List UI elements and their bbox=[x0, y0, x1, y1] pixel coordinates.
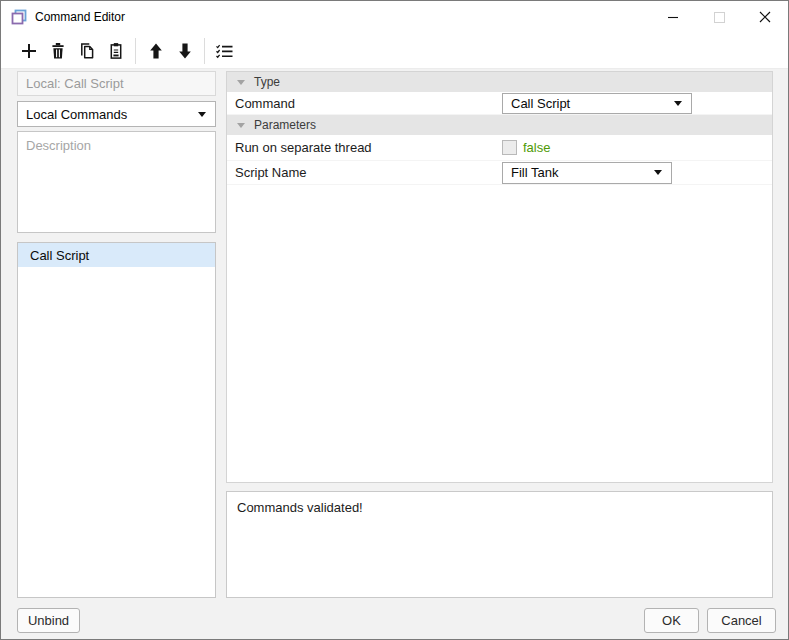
paste-icon bbox=[107, 42, 125, 60]
add-command-button[interactable] bbox=[14, 37, 43, 65]
move-up-button[interactable] bbox=[141, 37, 170, 65]
validate-commands-button[interactable] bbox=[210, 37, 239, 65]
arrow-down-icon bbox=[176, 42, 194, 60]
property-grid: Type Command Call Script Parameters Run … bbox=[226, 71, 773, 483]
ok-button[interactable]: OK bbox=[644, 608, 699, 633]
property-label: Script Name bbox=[227, 165, 499, 180]
description-textarea[interactable] bbox=[17, 131, 216, 233]
copy-command-button[interactable] bbox=[72, 37, 101, 65]
section-header-type[interactable]: Type bbox=[227, 72, 772, 92]
chevron-down-icon bbox=[654, 170, 662, 175]
validation-message-box: Commands validated! bbox=[226, 491, 773, 598]
command-list-item-label: Call Script bbox=[30, 248, 89, 263]
section-title: Type bbox=[254, 75, 280, 89]
property-row-command: Command Call Script bbox=[227, 92, 772, 115]
command-type-dropdown[interactable]: Call Script bbox=[502, 93, 692, 114]
validation-message: Commands validated! bbox=[237, 500, 363, 515]
section-header-parameters[interactable]: Parameters bbox=[227, 115, 772, 135]
trash-icon bbox=[49, 42, 67, 60]
minimize-button[interactable] bbox=[650, 1, 696, 33]
command-list[interactable]: Call Script bbox=[17, 242, 216, 598]
property-row-thread: Run on separate thread false bbox=[227, 135, 772, 161]
checklist-icon bbox=[215, 42, 234, 60]
window-controls bbox=[650, 1, 788, 33]
delete-command-button[interactable] bbox=[43, 37, 72, 65]
property-label: Run on separate thread bbox=[227, 140, 499, 155]
script-name-dropdown[interactable]: Fill Tank bbox=[502, 162, 672, 184]
script-name-value: Fill Tank bbox=[511, 165, 558, 180]
chevron-down-icon bbox=[674, 101, 682, 106]
titlebar[interactable]: Command Editor bbox=[1, 1, 788, 33]
close-icon bbox=[758, 10, 772, 24]
maximize-button bbox=[696, 1, 742, 33]
move-down-button[interactable] bbox=[170, 37, 199, 65]
arrow-up-icon bbox=[147, 42, 165, 60]
command-type-value: Call Script bbox=[511, 96, 570, 111]
section-title: Parameters bbox=[254, 118, 316, 132]
toolbar-separator bbox=[135, 38, 136, 64]
thread-checkbox-value: false bbox=[523, 140, 550, 155]
property-label: Command bbox=[227, 96, 499, 111]
thread-checkbox[interactable] bbox=[502, 140, 517, 155]
window-title: Command Editor bbox=[35, 10, 125, 24]
toolbar-separator bbox=[204, 38, 205, 64]
copy-icon bbox=[78, 42, 96, 60]
app-logo-icon bbox=[11, 9, 27, 25]
chevron-down-icon bbox=[198, 112, 206, 117]
close-button[interactable] bbox=[742, 1, 788, 33]
triangle-down-icon bbox=[237, 123, 245, 128]
cancel-button[interactable]: Cancel bbox=[707, 608, 776, 633]
plus-icon bbox=[20, 42, 38, 60]
toolbar bbox=[1, 33, 788, 69]
triangle-down-icon bbox=[237, 80, 245, 85]
command-editor-window: Command Editor bbox=[0, 0, 789, 640]
unbind-button[interactable]: Unbind bbox=[17, 608, 80, 633]
property-row-script-name: Script Name Fill Tank bbox=[227, 161, 772, 185]
maximize-icon bbox=[714, 12, 725, 23]
command-scope-value: Local Commands bbox=[26, 107, 127, 122]
paste-command-button[interactable] bbox=[101, 37, 130, 65]
command-scope-dropdown[interactable]: Local Commands bbox=[17, 101, 216, 127]
command-list-item[interactable]: Call Script bbox=[18, 243, 215, 267]
minimize-icon bbox=[667, 11, 679, 23]
binding-name-field[interactable] bbox=[17, 71, 216, 96]
